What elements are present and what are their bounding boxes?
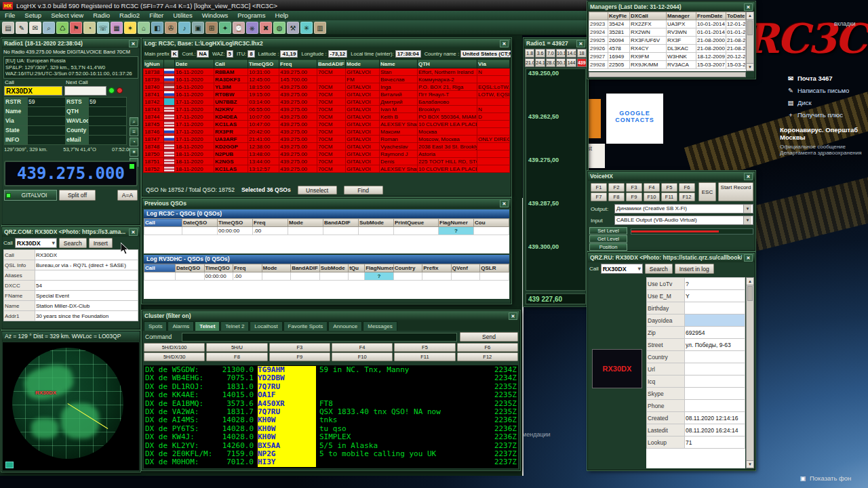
table-row[interactable]: Lookup71 — [647, 436, 745, 449]
desktop-link[interactable]: ✎ Написать письмо — [787, 87, 849, 94]
close-icon[interactable] — [744, 3, 753, 11]
voice-fkey-button[interactable]: F5 — [661, 183, 677, 192]
band-button[interactable]: 1.8 — [525, 49, 534, 58]
search-button[interactable]: Search — [645, 264, 673, 274]
table-row[interactable]: Created08.11.2020 12:14:16 — [647, 412, 745, 424]
table-row[interactable]: Aliases — [4, 270, 138, 281]
column-header[interactable]: QVenf — [451, 264, 480, 272]
column-header[interactable]: Freq — [253, 219, 288, 227]
menu-item[interactable]: Radio — [88, 11, 115, 20]
toolbar-icon[interactable]: ✶ — [124, 22, 136, 34]
cluster-tab[interactable]: Spots — [144, 321, 167, 331]
globe-area[interactable]: RX30DX — [3, 342, 139, 470]
column-header[interactable]: Freq — [233, 264, 262, 272]
column-header[interactable]: Call — [214, 60, 248, 68]
vertical-scrollbar[interactable] — [746, 12, 754, 71]
scroll-thumb[interactable] — [747, 20, 753, 35]
column-header[interactable]: QTH — [418, 60, 477, 68]
dx-spots-terminal[interactable]: DX de W5GDW: 21300.0 TG9AHM 59 in NC. Tn… — [144, 365, 518, 468]
table-row[interactable]: 1874116-11-2020RT0BW19:15:00439.275.0070… — [144, 91, 510, 98]
input-select[interactable]: CABLE Output (VB-Audio Virtual) — [614, 216, 753, 225]
call-input[interactable]: RX30DX — [4, 86, 62, 96]
tool-icon[interactable]: ≡ — [130, 127, 138, 136]
function-key-button[interactable]: F5 — [394, 343, 455, 352]
table-row[interactable]: 00:00:00.00? — [144, 272, 509, 281]
close-icon[interactable] — [744, 254, 753, 262]
toolbar-icon[interactable]: ⌚ — [233, 22, 245, 34]
function-key-button[interactable]: 5H/U — [206, 343, 267, 352]
column-header[interactable]: DXCall — [630, 12, 667, 20]
column-header[interactable]: ToDate — [726, 12, 746, 20]
column-header[interactable]: Call — [144, 264, 176, 272]
dx-spot-row[interactable]: DX de KW4J: 14028.0 KH0W SIMPLEX 2236Z — [145, 433, 517, 441]
column-header[interactable]: FromDate — [696, 12, 726, 20]
column-header[interactable]: Manager — [667, 12, 696, 20]
dx-spot-row[interactable]: DX de KK4AE: 14015.0 OA1F 2235Z — [145, 391, 517, 399]
table-row[interactable]: 1873916-11-2020RA3DKF312:45:00145.700.00… — [144, 76, 510, 83]
column-header[interactable]: Freq — [279, 60, 317, 68]
table-row[interactable]: 1874217-11-2020UN7BBZ03:14:00439.275.007… — [144, 98, 510, 106]
cluster-tab[interactable]: Telnet 2 — [220, 321, 249, 331]
memory-frequency[interactable]: 439.300,00 — [526, 243, 585, 286]
tool-icon[interactable]: ◔ — [130, 138, 138, 146]
memory-frequency-list[interactable]: 439.250,00439.262,50439.275,00439.287,50… — [526, 68, 586, 291]
table-row[interactable]: QSL InfoBureau,or via - RQ7L (direct + S… — [4, 260, 138, 270]
column-header[interactable]: Country — [393, 264, 422, 272]
cluster-tab[interactable]: Favorite Spots — [283, 321, 328, 331]
voice-fkey-button[interactable]: F1 — [591, 183, 607, 192]
voicehx-titlebar[interactable]: VoiceHX — [588, 171, 755, 181]
function-key-button[interactable]: 5H/DX/100 — [144, 343, 205, 352]
column-header[interactable]: PrintQueue — [394, 219, 439, 227]
cluster-tab[interactable]: Telnet — [195, 321, 220, 331]
chevron-down-icon[interactable] — [743, 205, 751, 213]
toolbar-icon[interactable]: ▣ — [192, 22, 204, 34]
band-panel-titlebar[interactable]: Radio1 = 43927 — [524, 39, 587, 48]
qrzru-titlebar[interactable]: QRZ.RU: RX30DX <Photo: https://static.qr… — [588, 253, 755, 262]
column-header[interactable]: TimeQSO — [204, 264, 233, 272]
column-header[interactable]: Date — [175, 60, 214, 68]
column-header[interactable]: FlagNumer — [365, 264, 394, 272]
qrzcom-call-combo[interactable]: RX30DX — [15, 238, 57, 248]
close-icon[interactable] — [500, 200, 509, 207]
column-header[interactable]: Mode — [288, 219, 323, 227]
menu-item[interactable]: Programs — [233, 11, 270, 20]
column-header[interactable] — [164, 60, 175, 68]
insert-in-log-button[interactable]: Insert in log — [675, 264, 714, 274]
dx-spot-row[interactable]: DX de EA1BMQ: 3573.6 A450XR FT8 2235Z — [145, 400, 517, 408]
table-row[interactable]: Streetул. Победы, 9-63 — [647, 339, 745, 351]
toolbar-icon[interactable]: ♪ — [178, 22, 191, 34]
toolbar-icon[interactable]: ✦ — [219, 22, 231, 34]
function-key-button[interactable]: F3 — [269, 343, 330, 352]
column-header[interactable]: SubMode — [319, 264, 349, 272]
dx-spot-row[interactable]: DX de VA2WA: 1831.7 7Q7RU QSX 1833.40 tn… — [145, 408, 517, 416]
toolbar-icon[interactable]: ◔ — [83, 22, 96, 34]
table-row[interactable]: 2992335424RX2ZFXUA3PX10-01-201412-01-2.. — [589, 20, 746, 28]
function-key-button[interactable]: F4 — [332, 343, 393, 352]
toolbar-icon[interactable]: ✉ — [29, 22, 41, 34]
menu-item[interactable]: Select view — [46, 11, 88, 20]
voice-fkey-button[interactable]: F8 — [608, 192, 625, 201]
toolbar-icon[interactable]: ✖ — [260, 22, 272, 34]
close-icon[interactable] — [744, 173, 753, 180]
memory-frequency[interactable]: 439.287,50 — [526, 199, 585, 243]
table-row[interactable]: 1874016-11-2020YL3IM18:15:00439.275.0070… — [144, 83, 510, 91]
qrzru-call-combo[interactable]: RX30DX — [601, 264, 643, 274]
table-row[interactable]: Zip692954 — [647, 327, 745, 339]
column-header[interactable]: Name — [380, 60, 418, 68]
voice-fkey-button[interactable]: F12 — [679, 192, 695, 201]
table-row[interactable]: 1874818-11-2020KD2GGP12:38:00439.275.007… — [144, 143, 510, 150]
table-row[interactable]: 1875118-11-2020K2NGS13:44:00439.275.0070… — [144, 158, 510, 165]
menu-item[interactable]: Help — [271, 11, 294, 20]
radio1-titlebar[interactable]: Radio1 (18-11-2020 22:38:04) — [2, 39, 140, 48]
column-header[interactable]: lgNun — [144, 60, 164, 68]
column-header[interactable]: SubMode — [359, 219, 394, 227]
close-icon[interactable] — [129, 40, 138, 47]
toolbar-icon[interactable]: ▥ — [314, 22, 326, 34]
desktop-link[interactable]: + Получить плюс — [787, 111, 849, 119]
set-level-button[interactable]: Set Level — [589, 227, 627, 235]
menu-item[interactable]: Windows — [197, 11, 233, 20]
band-button[interactable]: 14.0 — [566, 49, 576, 58]
globe-tool-button[interactable] — [5, 462, 14, 468]
close-icon[interactable] — [500, 40, 509, 47]
table-row[interactable]: Addr130 years since the Foundation — [4, 311, 138, 321]
